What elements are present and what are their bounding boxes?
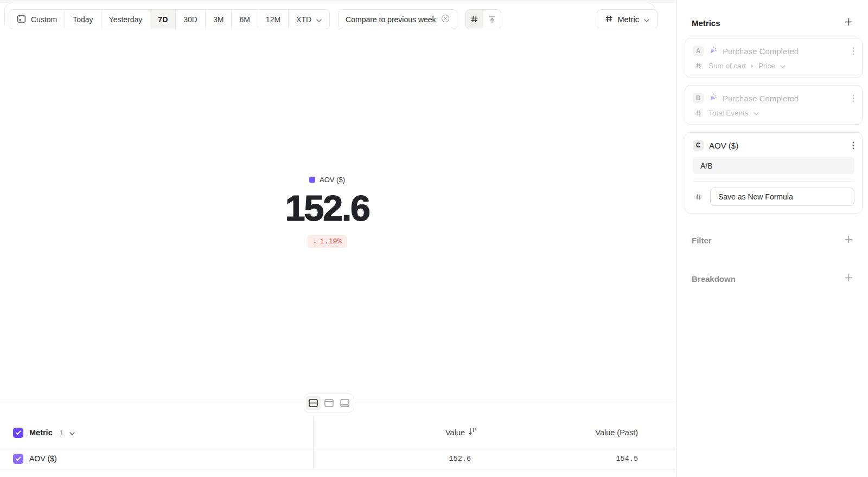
date-range-custom[interactable]: Custom bbox=[9, 10, 65, 29]
metrics-title: Metrics bbox=[692, 18, 720, 28]
table-header-row: Metric 1 Value Value (Past) bbox=[0, 417, 676, 448]
metric-event-name: Purchase Completed bbox=[723, 47, 799, 56]
formula-input[interactable]: A/B bbox=[693, 157, 854, 174]
event-sparkle-icon bbox=[709, 46, 717, 56]
metric-dropdown-button[interactable]: Metric bbox=[597, 9, 658, 29]
row-value: 152.6 bbox=[449, 455, 476, 463]
page-background-strip bbox=[0, 0, 676, 3]
card-divider bbox=[693, 181, 854, 182]
date-range-6m[interactable]: 6M bbox=[232, 10, 258, 29]
metric-card-a[interactable]: A Purchase Completed Su bbox=[685, 38, 863, 78]
add-metric-icon[interactable] bbox=[845, 18, 853, 28]
toolbar: Custom Today Yesterday 7D 30D 3M 6M 12M … bbox=[9, 9, 676, 29]
sort-descending-icon bbox=[468, 428, 476, 437]
metric-badge-a: A bbox=[693, 46, 704, 56]
kebab-menu-icon[interactable] bbox=[852, 47, 854, 55]
date-range-group: Custom Today Yesterday 7D 30D 3M 6M 12M … bbox=[9, 9, 330, 29]
chevron-down-icon bbox=[754, 109, 759, 117]
calendar-icon bbox=[17, 14, 26, 25]
kebab-menu-icon[interactable] bbox=[852, 94, 854, 102]
layout-toggle-group bbox=[304, 394, 354, 412]
compare-chip-label: Compare to previous week bbox=[346, 15, 436, 24]
metric-group-cell: Metric 1 bbox=[0, 417, 314, 448]
legend-label: AOV ($) bbox=[320, 176, 345, 184]
absolute-number-toggle[interactable] bbox=[466, 10, 483, 29]
metrics-section-header: Metrics bbox=[692, 18, 853, 28]
chart-only-toggle[interactable] bbox=[322, 396, 336, 410]
remove-compare-icon[interactable] bbox=[441, 14, 450, 24]
date-range-12m[interactable]: 12M bbox=[258, 10, 289, 29]
value-column-header[interactable]: Value bbox=[314, 428, 477, 437]
date-range-label: Custom bbox=[31, 15, 57, 24]
save-as-new-formula-button[interactable]: Save as New Formula bbox=[710, 188, 854, 206]
chevron-down-icon bbox=[780, 62, 786, 70]
value-format-toggle bbox=[465, 9, 501, 29]
metric-card-c[interactable]: C AOV ($) A/B Save as New Formula bbox=[685, 132, 863, 214]
filter-title: Filter bbox=[692, 236, 712, 245]
breakdown-title: Breakdown bbox=[692, 274, 736, 283]
metric-card-b[interactable]: B Purchase Completed To bbox=[685, 85, 863, 125]
date-range-today[interactable]: Today bbox=[65, 10, 101, 29]
date-range-xtd[interactable]: XTD bbox=[289, 10, 329, 29]
event-sparkle-icon bbox=[709, 93, 717, 104]
kebab-menu-icon[interactable] bbox=[852, 141, 854, 150]
big-number-value: 152.6 bbox=[0, 190, 654, 226]
delta-value: 1.19% bbox=[320, 237, 342, 246]
row-metric-name: AOV ($) bbox=[29, 454, 57, 463]
hash-icon bbox=[605, 15, 613, 24]
metric-badge-b: B bbox=[693, 93, 704, 104]
add-filter-icon[interactable] bbox=[845, 235, 853, 246]
chart-legend: AOV ($) bbox=[309, 176, 345, 184]
delta-badge: ↓ 1.19% bbox=[308, 235, 347, 248]
breakdown-section-header: Breakdown bbox=[692, 274, 853, 284]
arrow-down-icon: ↓ bbox=[312, 237, 317, 246]
split-view-toggle[interactable] bbox=[306, 396, 321, 410]
value-past-column-header[interactable]: Value (Past) bbox=[477, 428, 676, 437]
table-only-toggle[interactable] bbox=[337, 396, 352, 410]
aggregation-label[interactable]: Total Events bbox=[709, 109, 749, 117]
results-table: Metric 1 Value Value (Past) bbox=[0, 417, 676, 469]
report-canvas: Custom Today Yesterday 7D 30D 3M 6M 12M … bbox=[0, 0, 676, 477]
date-range-30d[interactable]: 30D bbox=[176, 10, 206, 29]
metric-badge-c: C bbox=[693, 140, 704, 151]
filter-section-header: Filter bbox=[692, 235, 853, 246]
legend-swatch bbox=[309, 177, 315, 183]
metric-event-name: Purchase Completed bbox=[723, 94, 799, 103]
date-range-3m[interactable]: 3M bbox=[206, 10, 232, 29]
add-breakdown-icon[interactable] bbox=[845, 274, 853, 284]
query-panel: Metrics A Purchase Completed bbox=[676, 0, 868, 477]
aggregation-label[interactable]: Sum of cart bbox=[709, 62, 746, 70]
chevron-down-icon[interactable] bbox=[69, 428, 75, 437]
hash-icon bbox=[693, 109, 704, 117]
big-number-chart: AOV ($) 152.6 ↓ 1.19% bbox=[0, 175, 654, 248]
metric-button-label: Metric bbox=[618, 15, 639, 24]
row-checkbox[interactable] bbox=[13, 454, 23, 464]
metric-group-count: 1 bbox=[60, 429, 64, 437]
breadcrumb-arrow-icon bbox=[751, 62, 754, 70]
date-range-7d[interactable]: 7D bbox=[150, 10, 176, 29]
metric-group-label: Metric bbox=[29, 428, 53, 437]
row-value-past: 154.5 bbox=[477, 455, 676, 463]
date-range-yesterday[interactable]: Yesterday bbox=[101, 10, 151, 29]
hash-icon bbox=[693, 194, 704, 201]
pin-to-top-toggle[interactable] bbox=[483, 10, 501, 29]
select-all-checkbox[interactable] bbox=[13, 428, 23, 438]
chevron-down-icon bbox=[316, 15, 322, 24]
compare-chip[interactable]: Compare to previous week bbox=[338, 9, 457, 29]
chevron-down-icon bbox=[644, 15, 649, 24]
aggregation-property[interactable]: Price bbox=[758, 62, 775, 70]
formula-metric-name: AOV ($) bbox=[709, 141, 738, 150]
table-row: AOV ($) 152.6 154.5 bbox=[0, 448, 676, 469]
hash-icon bbox=[693, 62, 704, 69]
metric-name-cell: AOV ($) bbox=[0, 448, 314, 469]
